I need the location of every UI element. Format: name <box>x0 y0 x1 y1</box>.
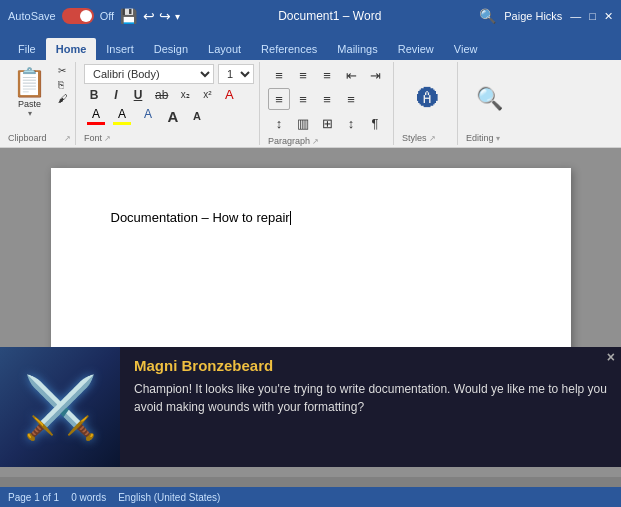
copy-button[interactable]: ⎘ <box>55 78 71 91</box>
decrease-indent-button[interactable]: ⇤ <box>340 64 362 86</box>
autosave-label: AutoSave <box>8 10 56 22</box>
bold-button[interactable]: B <box>84 87 104 103</box>
character-name: Magni Bronzebeard <box>134 357 607 374</box>
font-expand-icon[interactable]: ↗ <box>104 134 111 143</box>
justify-button[interactable]: ≡ <box>340 88 362 110</box>
tab-insert[interactable]: Insert <box>96 38 144 60</box>
copy-icon: ⎘ <box>58 79 64 90</box>
tab-references[interactable]: References <box>251 38 327 60</box>
notification-message: Champion! It looks like you're trying to… <box>134 380 607 416</box>
close-icon[interactable]: ✕ <box>604 10 613 23</box>
multilevel-list-button[interactable]: ≡ <box>316 64 338 86</box>
paragraph-group: ≡ ≡ ≡ ⇤ ⇥ ≡ ≡ ≡ ≡ ↕ ▥ ⊞ ↕ ¶ Paragraph ↗ <box>264 62 394 145</box>
document-text: Documentation – How to repair <box>111 210 290 225</box>
font-color-row: A A A A A <box>84 105 255 127</box>
numbering-button[interactable]: ≡ <box>292 64 314 86</box>
text-effect-button[interactable]: A <box>136 106 160 126</box>
text-effect-icon: A <box>144 107 152 121</box>
text-effect-bar <box>139 122 157 125</box>
editing-group: 🔍 Editing ▾ <box>462 62 517 145</box>
underline-button[interactable]: U <box>128 87 148 103</box>
tab-design[interactable]: Design <box>144 38 198 60</box>
show-marks-button[interactable]: ¶ <box>364 112 386 134</box>
font-family-row: Calibri (Body) 11 <box>84 64 255 84</box>
cut-button[interactable]: ✂ <box>55 64 71 77</box>
font-group: Calibri (Body) 11 B I U ab x₂ x² A A A <box>80 62 260 145</box>
tab-layout[interactable]: Layout <box>198 38 251 60</box>
ribbon-tabs: File Home Insert Design Layout Reference… <box>0 32 621 60</box>
editing-icon: 🔍 <box>476 86 503 112</box>
editing-button[interactable]: 🔍 <box>466 64 513 133</box>
styles-expand-icon[interactable]: ↗ <box>429 134 436 143</box>
status-bar: Page 1 of 1 0 words English (United Stat… <box>0 487 621 507</box>
editing-expand-icon[interactable]: ▾ <box>496 134 500 143</box>
notification-popup: ⚔️ Magni Bronzebeard Champion! It looks … <box>0 347 621 467</box>
borders-button[interactable]: ⊞ <box>316 112 338 134</box>
sort-button[interactable]: ↕ <box>340 112 362 134</box>
tab-mailings[interactable]: Mailings <box>327 38 387 60</box>
editing-group-label: Editing ▾ <box>466 133 513 143</box>
shrink-font-button[interactable]: A <box>186 105 208 127</box>
undo-redo-group: ↩ ↪ ▾ <box>143 8 180 24</box>
superscript-button[interactable]: x² <box>197 88 217 101</box>
paste-button[interactable]: 📋 Paste ▾ <box>8 64 51 120</box>
strikethrough-button[interactable]: ab <box>150 87 173 103</box>
page-info: Page 1 of 1 <box>8 492 59 503</box>
align-center-button[interactable]: ≡ <box>292 88 314 110</box>
search-icon[interactable]: 🔍 <box>479 8 496 24</box>
font-format-row: B I U ab x₂ x² A <box>84 86 255 103</box>
font-color-a-icon: A <box>92 107 100 121</box>
paragraph-expand-icon[interactable]: ↗ <box>312 137 319 146</box>
highlight-color-bar <box>113 122 131 125</box>
save-icon[interactable]: 💾 <box>120 8 137 24</box>
paragraph-group-label: Paragraph ↗ <box>268 136 389 146</box>
ribbon: 📋 Paste ▾ ✂ ⎘ 🖌 Clipboard ↗ <box>0 60 621 148</box>
highlight-button[interactable]: A <box>110 106 134 126</box>
tab-home[interactable]: Home <box>46 38 97 60</box>
highlight-icon: A <box>118 107 126 121</box>
autosave-toggle[interactable] <box>62 8 94 24</box>
language: English (United States) <box>118 492 220 503</box>
font-color-button[interactable]: A <box>84 106 108 126</box>
tab-review[interactable]: Review <box>388 38 444 60</box>
shading-button[interactable]: ▥ <box>292 112 314 134</box>
format-painter-button[interactable]: 🖌 <box>55 92 71 105</box>
undo-icon[interactable]: ↩ <box>143 8 155 24</box>
title-bar-right: 🔍 Paige Hicks — □ ✕ <box>479 8 613 24</box>
styles-icon: 🅐 <box>417 86 439 112</box>
font-family-select[interactable]: Calibri (Body) <box>84 64 214 84</box>
clipboard-label-row: Clipboard ↗ <box>8 133 71 143</box>
para-row-1: ≡ ≡ ≡ ⇤ ⇥ <box>268 64 389 86</box>
title-bar-left: AutoSave Off 💾 ↩ ↪ ▾ <box>8 8 180 24</box>
font-size-select[interactable]: 11 <box>218 64 254 84</box>
tab-view[interactable]: View <box>444 38 488 60</box>
line-spacing-button[interactable]: ↕ <box>268 112 290 134</box>
user-name[interactable]: Paige Hicks <box>504 10 562 22</box>
align-right-button[interactable]: ≡ <box>316 88 338 110</box>
title-bar: AutoSave Off 💾 ↩ ↪ ▾ Document1 – Word 🔍 … <box>0 0 621 32</box>
maximize-icon[interactable]: □ <box>589 10 596 22</box>
minimize-icon[interactable]: — <box>570 10 581 22</box>
close-notification-button[interactable]: × <box>607 349 615 365</box>
redo-icon[interactable]: ↪ <box>159 8 171 24</box>
tab-file[interactable]: File <box>8 38 46 60</box>
paragraph-label: Paragraph <box>268 136 310 146</box>
document-content[interactable]: Documentation – How to repair <box>111 208 511 228</box>
customize-quick-access-icon[interactable]: ▾ <box>175 11 180 22</box>
paste-dropdown-icon[interactable]: ▾ <box>28 109 32 118</box>
font-group-label: Font ↗ <box>84 133 255 143</box>
styles-button[interactable]: 🅐 <box>402 64 453 133</box>
bullets-button[interactable]: ≡ <box>268 64 290 86</box>
editing-label: Editing <box>466 133 494 143</box>
grow-font-button[interactable]: A <box>162 105 184 127</box>
avatar-figure: ⚔️ <box>23 372 98 443</box>
document-page[interactable]: Documentation – How to repair <box>51 168 571 368</box>
align-left-button[interactable]: ≡ <box>268 88 290 110</box>
clipboard-expand-icon[interactable]: ↗ <box>64 134 71 143</box>
clipboard-top: 📋 Paste ▾ ✂ ⎘ 🖌 <box>8 64 71 133</box>
subscript-button[interactable]: x₂ <box>175 88 195 101</box>
italic-button[interactable]: I <box>106 87 126 103</box>
clear-formatting-button[interactable]: A <box>219 86 239 103</box>
increase-indent-button[interactable]: ⇥ <box>364 64 386 86</box>
text-cursor <box>290 211 291 225</box>
